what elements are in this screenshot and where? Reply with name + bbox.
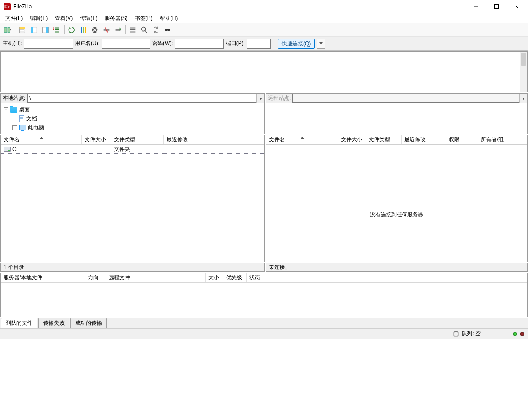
tree-item-desktop[interactable]: − 桌面 — [4, 105, 262, 114]
menu-edit[interactable]: 编辑(E) — [26, 14, 51, 23]
maximize-button[interactable] — [486, 0, 507, 13]
qcol-remote[interactable]: 远程文件 — [106, 273, 206, 282]
rcol-modified[interactable]: 最近修改 — [402, 135, 446, 144]
local-file-list[interactable]: 文件名 文件大小 文件类型 最近修改 C: 文件夹 — [0, 135, 265, 262]
remote-status: 未连接。 — [266, 263, 528, 272]
folder-icon — [10, 107, 17, 113]
local-status: 1 个目录 — [0, 263, 265, 272]
remote-site-dropdown[interactable]: ▾ — [519, 94, 527, 103]
quickconnect-button[interactable]: 快速连接(Q) — [278, 39, 315, 49]
tab-queued[interactable]: 列队的文件 — [1, 318, 37, 328]
close-button[interactable] — [507, 0, 527, 13]
svg-rect-32 — [166, 29, 170, 30]
compare-button[interactable] — [139, 24, 150, 35]
menu-view[interactable]: 查看(V) — [51, 14, 76, 23]
pc-icon — [19, 125, 26, 130]
queue-tabs: 列队的文件 传输失败 成功的传输 — [0, 318, 528, 328]
svg-rect-21 — [107, 29, 109, 31]
menu-file[interactable]: 文件(F) — [2, 14, 26, 23]
svg-rect-23 — [116, 29, 118, 31]
filter-button[interactable] — [127, 24, 138, 35]
tab-failed[interactable]: 传输失败 — [38, 318, 69, 328]
remote-file-list[interactable]: 文件名 文件大小 文件类型 最近修改 权限 所有者/组 没有连接到任何服务器 — [266, 135, 528, 262]
activity-indicator-icon — [453, 331, 459, 337]
svg-rect-1 — [495, 5, 499, 9]
expander-plus-icon[interactable]: + — [12, 125, 17, 130]
col-modified[interactable]: 最近修改 — [164, 135, 264, 144]
toggle-log-button[interactable] — [17, 24, 28, 35]
local-site-dropdown[interactable]: ▾ — [256, 94, 264, 103]
tree-item-thispc[interactable]: + 此电脑 — [12, 123, 262, 132]
host-input[interactable] — [24, 39, 73, 49]
rcol-filename[interactable]: 文件名 — [266, 135, 338, 144]
quickconnect-bar: 主机(H): 用户名(U): 密码(W): 端口(P): 快速连接(Q) — [0, 37, 528, 51]
menubar: 文件(F) 编辑(E) 查看(V) 传输(T) 服务器(S) 书签(B) 帮助(… — [0, 13, 528, 23]
app-title: FileZilla — [13, 4, 466, 10]
svg-rect-7 — [20, 27, 25, 29]
menu-server[interactable]: 服务器(S) — [101, 14, 131, 23]
drive-icon — [4, 147, 11, 152]
file-row[interactable]: C: 文件夹 — [1, 145, 264, 154]
local-site-input[interactable] — [27, 94, 256, 103]
quickconnect-dropdown[interactable] — [317, 39, 325, 49]
message-log-scrollbar[interactable] — [520, 52, 527, 92]
toggle-queue-button[interactable] — [52, 24, 62, 35]
app-logo-icon: Fz — [4, 3, 11, 10]
remote-empty-message: 没有连接到任何服务器 — [266, 145, 527, 262]
qcol-server[interactable]: 服务器/本地文件 — [1, 273, 85, 282]
menu-transfer[interactable]: 传输(T) — [76, 14, 101, 23]
svg-rect-4 — [4, 27, 7, 32]
message-log[interactable] — [0, 51, 528, 92]
qcol-priority[interactable]: 优先级 — [223, 273, 247, 282]
qcol-size[interactable]: 大小 — [206, 273, 223, 282]
titlebar: Fz FileZilla — [0, 0, 528, 13]
qcol-status[interactable]: 状态 — [247, 273, 313, 282]
user-input[interactable] — [102, 39, 150, 49]
toggle-local-tree-button[interactable] — [28, 24, 39, 35]
qcol-direction[interactable]: 方向 — [85, 273, 106, 282]
col-filesize[interactable]: 文件大小 — [82, 135, 111, 144]
toolbar — [0, 23, 528, 37]
rcol-owner[interactable]: 所有者/组 — [478, 135, 527, 144]
expander-none — [12, 116, 17, 121]
file-type: 文件夹 — [111, 146, 164, 153]
menu-help[interactable]: 帮助(H) — [156, 14, 182, 23]
led-download-icon — [513, 332, 517, 336]
cancel-button[interactable] — [89, 24, 100, 35]
col-filetype[interactable]: 文件类型 — [111, 135, 164, 144]
tree-label: 桌面 — [19, 105, 30, 114]
port-input[interactable] — [247, 39, 271, 49]
host-label: 主机(H): — [3, 40, 22, 47]
svg-rect-15 — [83, 27, 84, 33]
minimize-button[interactable] — [466, 0, 486, 13]
svg-rect-16 — [85, 27, 86, 33]
toggle-remote-tree-button[interactable] — [40, 24, 51, 35]
expander-minus-icon[interactable]: − — [4, 107, 8, 112]
local-tree[interactable]: − 桌面 文档 — [0, 103, 265, 134]
remote-site-input — [292, 94, 519, 103]
svg-rect-13 — [46, 27, 49, 33]
menu-bookmarks[interactable]: 书签(B) — [131, 14, 156, 23]
col-filename[interactable]: 文件名 — [1, 135, 82, 144]
tab-success[interactable]: 成功的传输 — [70, 318, 107, 328]
svg-rect-11 — [31, 27, 33, 33]
svg-rect-5 — [8, 27, 10, 32]
disconnect-button[interactable] — [101, 24, 112, 35]
refresh-button[interactable] — [66, 24, 77, 35]
queue-status-label: 队列: 空 — [462, 330, 481, 338]
user-label: 用户名(U): — [75, 40, 100, 47]
statusbar: 队列: 空 — [0, 328, 528, 339]
rcol-perm[interactable]: 权限 — [446, 135, 478, 144]
sync-browse-button[interactable] — [150, 24, 161, 35]
remote-tree[interactable] — [266, 103, 528, 134]
tree-item-documents[interactable]: 文档 — [12, 114, 262, 123]
rcol-filetype[interactable]: 文件类型 — [366, 135, 402, 144]
svg-point-28 — [142, 27, 146, 31]
reconnect-button[interactable] — [113, 24, 123, 35]
site-manager-button[interactable] — [2, 24, 13, 35]
transfer-queue[interactable]: 服务器/本地文件 方向 远程文件 大小 优先级 状态 — [0, 273, 528, 317]
rcol-filesize[interactable]: 文件大小 — [338, 135, 366, 144]
pass-input[interactable] — [175, 39, 224, 49]
search-button[interactable] — [162, 24, 173, 35]
process-queue-button[interactable] — [78, 24, 89, 35]
